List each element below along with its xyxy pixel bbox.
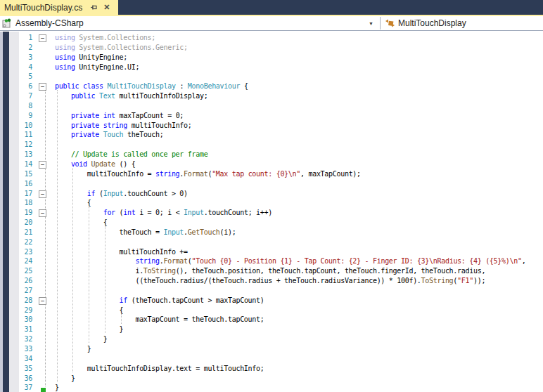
type-dropdown[interactable]: MultiTouchDisplay [384,16,539,30]
class-icon [384,18,395,29]
csharp-project-icon [1,18,13,29]
code-text: theTouch = Input.GetTouch(i); [55,228,236,237]
code-line[interactable]: 13 // Update is called once per frame [0,150,543,159]
fold-collapse-icon[interactable]: − [39,34,46,42]
code-line[interactable]: 34 [0,354,543,364]
code-line[interactable]: 25 i.ToString(), theTouch.position, theT… [0,266,543,276]
line-number: 34 [0,354,32,364]
code-text: multiTouchInfo += [55,247,188,257]
code-line[interactable]: 4using UnityEngine.UI; [0,63,543,72]
code-line[interactable]: 21 theTouch = Input.GetTouch(i); [0,228,543,237]
code-line[interactable]: 27 [0,286,543,296]
code-line[interactable]: 7 public Text multiTouchInfoDisplay; [0,91,543,101]
tab-multitouchdisplay[interactable]: MultiTouchDisplay.cs ✕ [0,0,118,15]
line-number: 33 [0,344,32,354]
code-line[interactable]: 20 { [0,218,543,228]
line-number: 12 [0,140,32,150]
line-number: 37 [0,383,32,392]
line-number: 27 [0,286,32,296]
line-number: 3 [0,53,32,63]
code-line[interactable]: 35 multiTouchInfoDisplay.text = multiTou… [0,364,543,374]
code-line[interactable]: 15 multiTouchInfo = string.Format("Max t… [0,169,543,179]
line-number: 22 [0,237,32,247]
line-number: 5 [0,72,32,81]
code-lines: 1−using System.Collections;2using System… [0,33,543,392]
code-line[interactable]: 22 [0,237,543,247]
line-number: 21 [0,228,32,237]
code-text: if (Input.touchCount > 0) [55,189,188,199]
line-number: 9 [0,111,32,121]
code-line[interactable]: 5 [0,72,543,81]
code-text: multiTouchInfoDisplay.text = multiTouchI… [55,364,264,374]
code-line[interactable]: 28− if (theTouch.tapCount > maxTapCount) [0,296,543,306]
line-number: 19 [0,208,32,218]
code-line[interactable]: 8 [0,101,543,111]
code-line[interactable]: 36 } [0,374,543,384]
tab-title: MultiTouchDisplay.cs [4,3,82,13]
navbar-separator [380,17,381,30]
line-number: 10 [0,121,32,131]
line-number: 14 [0,159,32,169]
project-dropdown[interactable]: Assembly-CSharp [1,16,378,30]
code-line[interactable]: 30 maxTapCount = theTouch.tapCount; [0,315,543,325]
line-number: 18 [0,198,32,208]
code-text: private Touch theTouch; [55,130,164,140]
code-line[interactable]: 10 private string multiTouchInfo; [0,121,543,131]
line-number: 6 [0,81,32,91]
tab-strip: MultiTouchDisplay.cs ✕ [0,0,543,15]
code-line[interactable]: 37} [0,383,543,392]
line-number: 16 [0,179,32,189]
code-line[interactable]: 3using UnityEngine; [0,53,543,63]
line-number: 32 [0,334,32,344]
navigation-bar: Assembly-CSharp ▼ MultiTouchDisplay [0,16,543,31]
fold-collapse-icon[interactable]: − [39,190,46,198]
code-line[interactable]: 26 ((theTouch.radius/(theTouch.radius + … [0,276,543,286]
code-line[interactable]: 14− void Update () { [0,159,543,169]
code-text: i.ToString(), theTouch.position, theTouc… [55,266,485,276]
fold-collapse-icon[interactable]: − [39,209,46,217]
code-line[interactable]: 18 { [0,198,543,208]
code-line[interactable]: 1−using System.Collections; [0,33,543,43]
code-text: void Update () { [55,159,135,169]
chevron-down-icon[interactable]: ▼ [369,21,373,26]
code-line[interactable]: 32 } [0,334,543,344]
code-line[interactable]: 12 [0,140,543,150]
code-line[interactable]: 24 string.Format("Touch {0} - Position {… [0,256,543,266]
line-number: 4 [0,63,32,72]
code-line[interactable]: 9 private int maxTapCount = 0; [0,111,543,121]
code-line[interactable]: 17− if (Input.touchCount > 0) [0,189,543,199]
code-line[interactable]: 11 private Touch theTouch; [0,130,543,140]
code-text: { [55,218,107,228]
code-line[interactable]: 31 } [0,325,543,334]
line-number: 25 [0,266,32,276]
code-line[interactable]: 33 } [0,344,543,354]
line-number: 11 [0,130,32,140]
code-text: public Text multiTouchInfoDisplay; [55,91,207,101]
code-text: using System.Collections.Generic; [55,43,188,53]
code-text: string.Format("Touch {0} - Position {1} … [55,256,525,266]
code-line[interactable]: 16 [0,179,543,189]
line-number: 13 [0,150,32,159]
code-text: // Update is called once per frame [55,150,207,159]
code-text: using UnityEngine.UI; [55,63,139,72]
code-line[interactable]: 19− for (int i = 0; i < Input.touchCount… [0,208,543,218]
vs-editor-window: { "window": { "tab_title": "MultiTouchDi… [0,0,543,392]
code-line[interactable]: 2using System.Collections.Generic; [0,43,543,53]
line-number: 35 [0,364,32,374]
fold-collapse-icon[interactable]: − [39,161,46,169]
code-text: } [55,325,123,334]
pin-icon[interactable] [89,4,98,12]
fold-collapse-icon[interactable]: − [39,83,46,91]
code-text: { [55,306,123,315]
code-editor[interactable]: 1−using System.Collections;2using System… [0,32,543,392]
code-text: ((theTouch.radius/(theTouch.radius + the… [55,276,485,286]
code-text: } [55,374,75,384]
line-number: 7 [0,91,32,101]
close-icon[interactable]: ✕ [103,3,110,12]
code-line[interactable]: 6−public class MultiTouchDisplay : MonoB… [0,81,543,91]
code-line[interactable]: 23 multiTouchInfo += [0,247,543,257]
fold-collapse-icon[interactable]: − [39,297,46,305]
line-number: 8 [0,101,32,111]
code-text: multiTouchInfo = string.Format("Max tap … [55,169,361,179]
code-line[interactable]: 29 { [0,306,543,315]
